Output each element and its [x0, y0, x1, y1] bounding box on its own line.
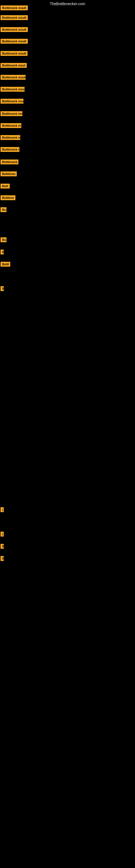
bottleneck-result-badge[interactable]: Bottleneck result — [1, 75, 26, 80]
bottleneck-badge-container: B — [1, 250, 4, 255]
bottleneck-result-badge[interactable]: Bottleneck res — [1, 147, 19, 152]
bottleneck-result-badge[interactable]: | — [1, 507, 4, 512]
bottleneck-badge-container: Bottleneck result — [1, 51, 28, 57]
bottleneck-result-badge[interactable]: Bottleneck result — [1, 39, 28, 44]
bottleneck-badge-container: Bottleneck result — [1, 5, 28, 11]
bottleneck-badge-container: Bottleneck re — [1, 159, 18, 165]
bottleneck-result-badge[interactable]: Bottl — [1, 262, 10, 267]
bottleneck-badge-container: Bottleneck res — [1, 123, 21, 129]
bottleneck-badge-container: | — [1, 507, 4, 513]
bottleneck-badge-container: B — [1, 544, 4, 550]
bottleneck-badge-container: Bottleneck result — [1, 39, 28, 45]
bottleneck-result-badge[interactable]: Bottleneck resul — [1, 87, 25, 92]
bottleneck-badge-container: Bottl — [1, 262, 10, 268]
bottleneck-badge-container: Bottlene — [1, 195, 15, 201]
bottleneck-badge-container: Bottleneck result — [1, 75, 26, 81]
bottleneck-result-badge[interactable]: B — [1, 250, 4, 254]
bottleneck-badge-container: Bo — [1, 207, 6, 213]
bottleneck-result-badge[interactable]: Bottleneck resu — [1, 111, 22, 116]
bottleneck-result-badge[interactable]: B — [1, 544, 4, 549]
bottleneck-result-badge[interactable]: Bottleneck result — [1, 27, 28, 32]
bottleneck-result-badge[interactable]: Bottleneck resu — [1, 99, 24, 104]
bottleneck-badge-container: Bottleneck resul — [1, 87, 25, 93]
bottleneck-badge-container: Bottleneck resu — [1, 111, 22, 117]
bottleneck-result-badge[interactable]: Bo — [1, 207, 6, 212]
bottleneck-result-badge[interactable]: Bo — [1, 237, 6, 242]
bottleneck-badge-container: Bottleneck res — [1, 147, 19, 153]
bottleneck-result-badge[interactable]: Bottleneck result — [1, 51, 28, 56]
bottleneck-badge-container: | — [1, 532, 4, 538]
bottleneck-result-badge[interactable]: | — [1, 532, 4, 536]
bottleneck-result-badge[interactable]: B — [1, 556, 4, 561]
bottleneck-result-badge[interactable]: B — [1, 286, 4, 291]
bottleneck-result-badge[interactable]: Bottleneck result — [1, 5, 28, 10]
bottleneck-badge-container: Bo — [1, 237, 6, 243]
bottleneck-badge-container: B — [1, 286, 4, 292]
bottleneck-badge-container: Bottlenec — [1, 172, 17, 177]
bottleneck-result-badge[interactable]: Bottleneck re — [1, 159, 18, 164]
bottleneck-result-badge[interactable]: Bottleneck resul — [1, 63, 27, 68]
bottleneck-result-badge[interactable]: Bottleneck res — [1, 123, 21, 128]
bottleneck-result-badge[interactable]: Bottleneck result — [1, 15, 28, 20]
bottleneck-badge-container: Bottleneck result — [1, 27, 28, 33]
bottleneck-result-badge[interactable]: Bottlene — [1, 195, 15, 200]
bottleneck-result-badge[interactable]: Bottleneck re — [1, 135, 20, 140]
bottleneck-result-badge[interactable]: Bott — [1, 184, 10, 188]
bottleneck-badge-container: Bott — [1, 184, 10, 190]
bottleneck-badge-container: Bottleneck resu — [1, 99, 24, 105]
bottleneck-result-badge[interactable]: Bottlenec — [1, 172, 17, 176]
bottleneck-badge-container: Bottleneck result — [1, 15, 28, 21]
bottleneck-badge-container: Bottleneck re — [1, 135, 20, 141]
bottleneck-badge-container: Bottleneck resul — [1, 63, 27, 69]
bottleneck-badge-container: B — [1, 556, 4, 562]
